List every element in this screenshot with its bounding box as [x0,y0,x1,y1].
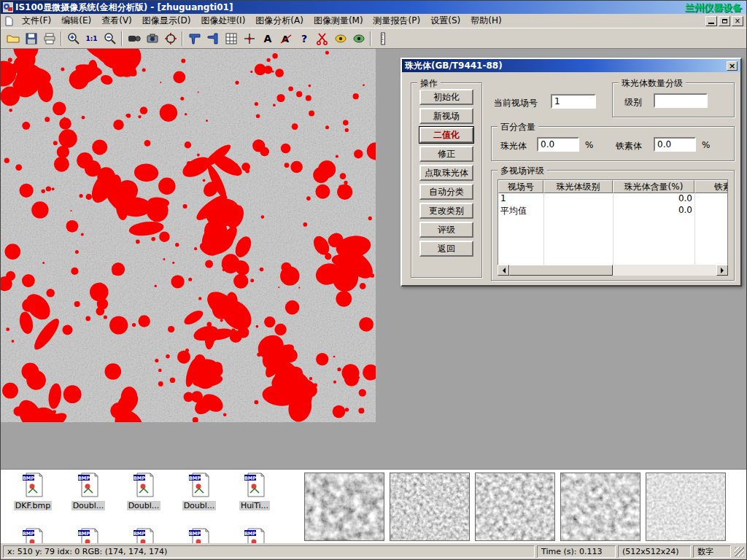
scroll-left-icon[interactable] [498,265,509,276]
menu-items: 文件(F)编辑(E)查看(V)图像显示(D)图像处理(I)图像分析(A)图像测量… [17,13,507,28]
camera-icon[interactable] [143,30,161,47]
op-button[interactable]: 二值化 [419,127,473,143]
pearlite-dialog[interactable]: 珠光体(GB/T9441-88) × 操作 初始化新视场二值化修正点取珠光体自动… [400,58,742,287]
pearlite-percent-input[interactable] [537,137,579,152]
toolbar-separator [370,31,371,46]
vendor-watermark: 兰州仪器设备 [685,1,742,15]
resize-grip[interactable] [735,547,744,556]
op-button[interactable]: 初始化 [419,89,473,105]
op-button[interactable]: 修正 [419,146,473,162]
help-icon[interactable]: ? [295,30,313,47]
file-item[interactable]: BMP [227,528,282,543]
ferrite-percent-input[interactable] [654,137,696,152]
text-icon[interactable]: A [258,30,276,47]
file-item[interactable]: BMP [61,528,116,543]
thumbnail-5[interactable] [646,472,726,541]
table-hscrollbar[interactable] [498,265,728,276]
ruler-icon[interactable] [374,30,392,47]
pearlite-label: 珠光体 [500,140,527,152]
cut-icon[interactable] [313,30,331,47]
text-rotate-icon[interactable]: A [276,30,295,47]
scroll-right-icon[interactable] [716,265,728,276]
mode-status: 数字 [693,545,731,558]
eye-right-icon[interactable] [349,30,368,47]
thumbnail-3[interactable] [475,472,555,541]
op-button[interactable]: 评级 [419,222,473,238]
menu-item[interactable]: 编辑(E) [56,13,96,28]
menu-item[interactable]: 查看(V) [96,13,137,28]
title-bar[interactable]: IS100显微摄像系统(金相分析版) - [zhuguangti01] 兰州仪器… [1,1,746,14]
menu-item[interactable]: 图像显示(D) [137,13,196,28]
thumbnail-4[interactable] [560,472,640,541]
capture-target-icon[interactable] [161,30,179,47]
bmp-file-icon: BMP [77,528,99,543]
op-button[interactable]: 点取珠光体 [419,165,473,181]
file-item[interactable]: BMP [116,528,171,543]
document-icon[interactable] [4,16,14,26]
actual-size-icon[interactable]: 1:1 [82,30,101,47]
file-item[interactable]: BMP [171,528,227,543]
file-panel: BMPDKF.bmpBMPDoubl...BMPDoubl...BMPDoubl… [1,469,746,543]
mdi-close-button[interactable]: × [732,16,743,26]
file-item[interactable]: BMPDoubl... [116,472,171,510]
thumbnail-1[interactable] [304,472,384,541]
multi-field-legend: 多视场评级 [498,165,547,177]
open-icon[interactable] [4,30,22,47]
menu-item[interactable]: 设置(S) [425,13,465,28]
dialog-title-bar[interactable]: 珠光体(GB/T9441-88) × [402,59,740,72]
zoom-out-icon[interactable] [101,30,119,47]
file-item[interactable]: BMP [5,528,61,543]
file-item[interactable]: BMPDoubl... [171,472,227,510]
print-icon[interactable] [40,30,58,47]
table-cell: 平均值 [498,205,543,217]
file-list: BMPDKF.bmpBMPDoubl...BMPDoubl...BMPDoubl… [1,470,301,543]
percent-legend: 百分含量 [498,121,538,133]
ferrite-percent-sign: % [702,140,710,150]
op-button[interactable]: 新视场 [419,108,473,124]
eye-left-icon[interactable] [331,30,349,47]
mdi-minimize-button[interactable] [705,16,717,26]
table-cell [694,205,728,217]
file-item[interactable]: BMPDoubl... [61,472,116,510]
menu-item[interactable]: 图像分析(A) [250,13,309,28]
table-header-cell: 铁素体 [694,180,728,193]
bmp-file-icon: BMP [244,472,266,500]
table-cell: 0.0 [613,193,694,205]
op-button[interactable]: 自动分类 [419,184,473,200]
table-cell [543,205,613,217]
caliper-h-icon[interactable] [185,30,204,47]
save-icon[interactable] [22,30,40,47]
dialog-close-icon[interactable]: × [727,61,738,71]
menu-item[interactable]: 图像处理(I) [196,13,250,28]
file-item[interactable]: BMPHuiTi... [227,472,282,510]
grading-group: 珠光体数量分级 级别 [612,82,735,117]
grid-icon[interactable] [222,30,240,47]
specimen-image[interactable] [1,49,376,422]
scroll-thumb[interactable] [509,265,613,276]
mdi-restore-button[interactable] [719,16,730,26]
menu-item[interactable]: 帮助(H) [465,13,506,28]
video-icon[interactable] [125,30,143,47]
bmp-file-icon: BMP [188,472,210,500]
grade-input[interactable] [654,93,708,108]
marker-cross-icon[interactable] [240,30,258,47]
caliper-v-icon[interactable] [204,30,222,47]
toolbar-separator [182,31,183,46]
svg-text:BMP: BMP [244,531,256,537]
file-item[interactable]: BMPDKF.bmp [5,472,61,510]
svg-text:BMP: BMP [78,475,90,481]
zoom-in-icon[interactable] [64,30,82,47]
thumbnail-2[interactable] [390,472,470,541]
current-field-input[interactable] [551,94,596,109]
op-button[interactable]: 返回 [419,241,473,257]
menu-item[interactable]: 文件(F) [17,13,56,28]
menu-item[interactable]: 图像测量(M) [309,13,368,28]
menu-bar: 文件(F)编辑(E)查看(V)图像显示(D)图像处理(I)图像分析(A)图像测量… [1,14,746,28]
table-header-cell: 视场号 [498,180,543,193]
rating-table[interactable]: 视场号珠光体级别珠光体含量(%)铁素体 10.0平均值0.0 [498,179,728,265]
op-button[interactable]: 更改类别 [419,203,473,219]
menu-item[interactable]: 测量报告(P) [368,13,426,28]
image-size-status: (512x512x24) [618,545,691,558]
svg-text:BMP: BMP [23,475,34,481]
svg-text:BMP: BMP [133,531,145,537]
